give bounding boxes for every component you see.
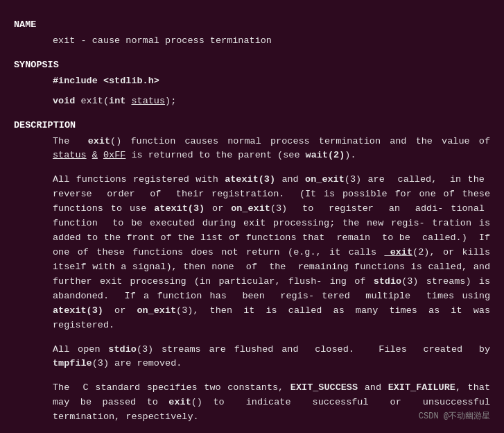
int-keyword: int (109, 96, 125, 106)
atexit-ref3: atexit(3) (53, 305, 103, 316)
func-name: exit( (81, 96, 110, 106)
exit-func-ref2: exit (168, 397, 191, 407)
exit-success-ref: EXIT_SUCCESS (290, 382, 358, 393)
synopsis-include: #include <stdlib.h> (14, 74, 490, 89)
on_exit-ref2: on_exit (231, 203, 270, 214)
watermark: CSDN @不动幽游星 (419, 410, 490, 423)
ampersand-ref: & (92, 150, 98, 160)
synopsis-section: SYNOPSIS #include <stdlib.h> void exit(i… (14, 58, 490, 109)
stdio-ref2: stdio (108, 344, 137, 355)
description-section: DESCRIPTION The exit() function causes n… (14, 119, 490, 425)
synopsis-proto: void exit(int status); (14, 94, 490, 109)
on_exit-ref1: on_exit (305, 174, 345, 185)
0xff-ref: 0xFF (103, 150, 125, 160)
stdio-ref1: stdio (374, 276, 402, 287)
synopsis-header: SYNOPSIS (14, 58, 490, 73)
name-content: exit - cause normal process termination (14, 34, 490, 49)
atexit-ref1: atexit(3) (225, 174, 275, 185)
name-header: NAME (14, 18, 490, 33)
exit-func-ref1: exit (88, 136, 110, 146)
void-keyword: void (53, 96, 81, 106)
exit2-ref: _exit (385, 247, 413, 257)
description-header: DESCRIPTION (14, 119, 490, 133)
description-para3: All open stdio(3) streams are flushed an… (14, 343, 490, 372)
exit-failure-ref: EXIT_FAILURE (388, 382, 455, 393)
wait-ref: wait(2) (306, 150, 345, 160)
description-para1: The exit() function causes normal proces… (14, 135, 490, 164)
include-keyword: #include <stdlib.h> (53, 76, 159, 86)
description-para2: All functions registered with atexit(3) … (14, 173, 490, 332)
status-ref: status (53, 150, 87, 160)
on_exit-ref3: on_exit (137, 305, 176, 316)
atexit-ref2: atexit(3) (154, 203, 205, 214)
tmpfile-ref: tmpfile (53, 358, 92, 368)
status-param: status (131, 96, 165, 106)
name-section: NAME exit - cause normal process termina… (14, 18, 490, 49)
